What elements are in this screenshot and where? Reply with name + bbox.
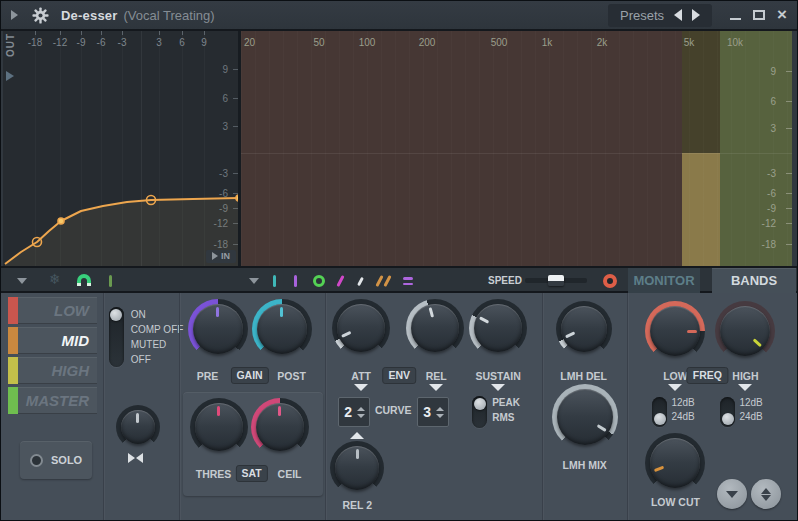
low-slope-switch-handle[interactable] [654,413,666,425]
sustain-knob[interactable] [469,299,527,357]
in-axis-marker-icon [212,252,218,260]
preset-prev-button[interactable] [674,9,682,21]
db-tick-label: 3 [770,123,776,134]
ceiling-knob[interactable] [251,398,309,456]
gain-label: GAIN [230,367,268,384]
speed-slider[interactable] [525,278,587,283]
sat-label: SAT [235,465,267,482]
low-cut-knob[interactable] [645,433,705,493]
frequency-column: LOW FREQ HIGH 12dB 24dB 12dB 24dB LOW CU… [627,293,797,521]
high-slope-24db[interactable]: 24dB [739,411,762,422]
env-label: ENV [382,367,416,384]
down-arrow-icon [726,491,738,498]
graph-row: -18 -12 -9 -6 -3 3 6 9 9 6 3 -3 -6 -9 -1… [1,31,797,268]
curve-stepper-arrows[interactable] [436,407,448,418]
magenta-slope-icon[interactable] [336,275,344,287]
preset-next-button[interactable] [692,9,700,21]
freq-label: FREQ [687,367,728,384]
high-slope-switch[interactable] [720,397,735,427]
flat-lines-icon[interactable] [403,277,413,288]
low-slope-24db[interactable]: 24dB [671,411,694,422]
green-bar-icon[interactable] [109,275,112,287]
orange-slope-icon-2[interactable] [383,275,391,287]
lmh-delay-knob[interactable] [556,301,612,357]
peak-option[interactable]: PEAK [492,397,520,408]
att-stepper[interactable]: 2 [338,397,370,427]
att-stepper-arrows[interactable] [357,407,369,418]
state-option-on[interactable]: ON [131,309,146,320]
collapse-button[interactable] [717,479,747,509]
lmh-mix-knob[interactable] [552,384,618,450]
circle-tool-icon[interactable] [313,275,325,287]
db-tick-label: 9 [770,66,776,77]
peak-rms-switch-handle[interactable] [474,398,486,410]
pre-gain-knob[interactable] [188,299,248,359]
solo-button[interactable]: SOLO [20,441,92,479]
peak-rms-switch[interactable] [472,396,487,428]
curve-stepper[interactable]: 3 [417,397,449,427]
db-tick-label: -3 [767,168,776,179]
tab-bands[interactable]: BANDS [712,268,796,293]
purple-bar-icon[interactable] [294,275,297,287]
freq-tick-label: 5k [684,37,695,48]
orange-slope-icon-1[interactable] [375,275,383,287]
resize-button[interactable] [751,479,781,509]
presets-selector: Presets [608,4,712,27]
low-freq-knob[interactable] [645,301,705,361]
db-tick-label: -12 [762,218,776,229]
high-slope-12db[interactable]: 12dB [739,397,762,408]
gear-icon[interactable] [32,7,49,24]
master-band-color-strip [8,387,18,414]
low-cut-label: LOW CUT [651,496,700,508]
preset-name: (Vocal Treating) [124,8,215,23]
high-slope-switch-handle[interactable] [722,413,734,425]
teal-bar-icon[interactable] [273,275,276,287]
rel2-label: REL 2 [342,499,372,511]
state-option-off[interactable]: OFF [131,354,151,365]
band-state-switch[interactable] [109,307,124,367]
transfer-curve-svg[interactable] [3,31,241,266]
envelope-column: ATT ENV REL SUSTAIN 2 CURVE 3 PEAK RMS [325,293,541,521]
plugin-window: De-esser (Vocal Treating) Presets × [0,0,798,521]
down-arrow-icon [761,495,771,501]
attack-knob[interactable] [332,299,390,357]
band-button-low[interactable]: LOW [8,297,97,324]
freeze-icon[interactable]: ❄ [49,271,61,287]
state-option-comp-off[interactable]: COMP OFF [131,324,184,335]
lmh-column: LMH DEL LMH MIX [542,293,628,521]
record-icon[interactable] [603,274,617,288]
state-option-muted[interactable]: MUTED [131,339,167,350]
speed-slider-handle[interactable] [548,275,564,286]
high-link-arrow-icon [738,384,752,391]
view-menu-arrow-icon[interactable] [17,278,27,284]
comp-group-panel: THRES SAT CEIL [183,392,323,496]
white-slope-icon[interactable] [357,277,364,286]
post-gain-knob[interactable] [252,299,312,359]
snap-magnet-icon[interactable] [77,274,91,286]
rms-option[interactable]: RMS [492,412,514,423]
tab-monitor[interactable]: MONITOR [628,268,700,293]
band-button-mid[interactable]: MID [8,327,97,354]
rel2-link-arrow-icon [350,432,364,439]
post-label: POST [277,370,306,382]
att-label: ATT [351,370,371,382]
band-button-high[interactable]: HIGH [8,357,97,384]
in-axis-tab: IN [206,250,236,263]
expand-arrow-icon[interactable] [11,10,18,20]
low-slope-12db[interactable]: 12dB [671,397,694,408]
release2-knob[interactable] [330,441,384,495]
release-knob[interactable] [406,299,464,357]
minimize-button[interactable] [730,18,741,20]
band-button-master[interactable]: MASTER [8,387,97,414]
curve-menu-arrow-icon[interactable] [249,278,259,284]
freq-tick-label: 2k [597,37,608,48]
maximize-button[interactable] [753,10,765,20]
up-arrow-icon [761,488,771,494]
high-freq-knob[interactable] [715,301,775,361]
pre-label: PRE [197,370,219,382]
band-state-switch-handle[interactable] [110,309,122,321]
threshold-knob[interactable] [190,398,248,456]
low-slope-switch[interactable] [652,397,667,427]
close-button[interactable]: × [777,10,787,20]
stereo-separation-knob[interactable] [116,405,160,449]
